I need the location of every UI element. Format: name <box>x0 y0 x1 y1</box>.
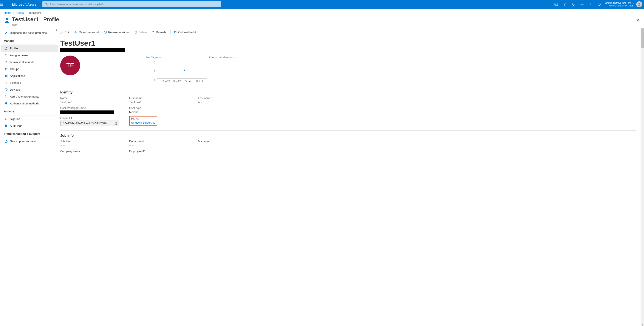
key-icon <box>4 95 8 98</box>
svg-point-36 <box>7 141 8 142</box>
chart-x-tick: Sep 20 <box>162 80 170 83</box>
breadcrumb: Home › Users › TestUser1 <box>0 9 644 16</box>
sidebar-item-label: New support request <box>10 140 36 143</box>
sidebar-item-label: Devices <box>10 88 20 91</box>
breadcrumb-home[interactable]: Home <box>4 11 12 15</box>
svg-point-6 <box>598 3 600 6</box>
sidebar-item-groups[interactable]: Groups <box>1 66 58 72</box>
wrench-icon <box>4 31 8 34</box>
chart-x-tick: Oct 11 <box>196 80 203 83</box>
svg-rect-30 <box>6 97 6 98</box>
scrollbar-thumb[interactable] <box>641 29 644 48</box>
sidebar-item-admin-units[interactable]: Administrative units <box>1 59 58 66</box>
sidebar-item-diagnose[interactable]: Diagnose and solve problems <box>1 29 58 36</box>
svg-point-19 <box>6 68 7 69</box>
sidebar-item-signins[interactable]: Sign-ins <box>1 115 58 122</box>
got-feedback-button[interactable]: Got feedback? <box>174 31 196 34</box>
identity-section-title: Identity <box>60 90 636 94</box>
svg-point-8 <box>600 4 600 4</box>
headset-icon <box>4 140 8 143</box>
block-icon <box>104 31 107 34</box>
svg-line-39 <box>104 31 106 33</box>
sidebar-item-licenses[interactable]: Licenses <box>1 79 58 86</box>
feedback-smile-icon[interactable] <box>595 0 604 9</box>
sidebar-item-assigned-roles[interactable]: Assigned roles <box>1 52 58 59</box>
copy-icon[interactable] <box>113 122 117 125</box>
command-bar: Edit Reset password Revoke sessions Dele… <box>60 29 636 37</box>
sidebar-item-applications[interactable]: Applications <box>1 72 58 79</box>
page-subtitle: User <box>12 23 59 26</box>
signins-chart[interactable]: 4 2 0 Sep 20 Sep 27 Oct 4 Oct 11 <box>145 61 207 82</box>
heart-icon <box>174 31 177 34</box>
divider <box>170 30 171 35</box>
svg-point-10 <box>6 18 8 20</box>
settings-icon[interactable] <box>578 0 586 9</box>
sidebar: « Diagnose and solve problems Manage Pro… <box>0 29 58 326</box>
svg-point-11 <box>6 47 7 48</box>
redacted-text <box>60 111 114 114</box>
group-memberships-count[interactable]: 1 <box>209 60 211 64</box>
svg-rect-20 <box>5 75 6 76</box>
breadcrumb-users[interactable]: Users <box>16 11 24 15</box>
department-label: Department <box>129 140 194 143</box>
refresh-button[interactable]: Refresh <box>151 31 166 34</box>
notifications-icon[interactable] <box>569 0 578 9</box>
close-icon[interactable]: ✕ <box>636 18 640 22</box>
directory-filter-icon[interactable] <box>560 0 569 9</box>
sidebar-item-azure-roles[interactable]: Azure role assignments <box>1 93 58 100</box>
sidebar-item-label: Sign-ins <box>10 117 20 121</box>
page-header: TestUser1 | Profile User ✕ <box>0 16 644 29</box>
svg-rect-17 <box>6 62 7 63</box>
revoke-sessions-button[interactable]: Revoke sessions <box>104 31 129 34</box>
svg-rect-14 <box>6 61 6 62</box>
sidebar-item-auth-methods[interactable]: Authentication methods <box>1 100 58 107</box>
reset-password-button[interactable]: Reset password <box>74 31 99 34</box>
account-menu[interactable]: admin@UniversalPrintT... UNIVERSAL PRINT… <box>604 1 644 7</box>
chevron-right-icon: › <box>24 11 28 15</box>
page-title: TestUser1 | Profile <box>12 16 59 23</box>
sidebar-item-support[interactable]: New support request <box>1 138 58 145</box>
user-check-icon <box>4 54 8 57</box>
svg-point-37 <box>75 32 76 33</box>
menu-icon[interactable] <box>0 3 10 6</box>
scrollbar[interactable]: ▴ ▾ <box>640 29 644 326</box>
search-icon <box>42 3 50 6</box>
cloud-shell-icon[interactable] <box>552 0 560 9</box>
svg-rect-26 <box>5 89 8 90</box>
user-avatar: TE <box>60 56 80 75</box>
building-icon <box>4 61 8 64</box>
sidebar-item-profile[interactable]: Profile <box>1 45 58 52</box>
svg-rect-23 <box>6 76 7 77</box>
sidebar-item-devices[interactable]: Devices <box>1 86 58 93</box>
pencil-icon <box>60 31 64 34</box>
sidebar-item-label: Groups <box>10 67 19 71</box>
sidebar-item-audit-logs[interactable]: Audit logs <box>1 122 58 129</box>
edit-button[interactable]: Edit <box>60 31 70 34</box>
scroll-down-arrow-icon[interactable]: ▾ <box>640 323 644 326</box>
brand-label[interactable]: Microsoft Azure <box>10 3 40 6</box>
name-label: Name <box>60 97 125 100</box>
job-info-section-title: Job info <box>60 134 636 138</box>
search-box[interactable] <box>42 1 221 7</box>
delete-button: Delete <box>134 31 147 34</box>
log-icon <box>4 124 8 127</box>
sidebar-item-label: Authentication methods <box>10 102 39 105</box>
user-type-label: User type <box>129 106 194 110</box>
user-icon <box>4 17 10 23</box>
user-signins-link[interactable]: User Sign-ins <box>145 56 209 59</box>
account-email: admin@UniversalPrintT... <box>605 2 634 5</box>
job-title-value: -- -- <box>60 144 125 147</box>
chart-x-tick: Sep 27 <box>173 80 181 83</box>
refresh-icon <box>151 31 154 34</box>
svg-point-24 <box>6 82 6 83</box>
svg-point-7 <box>599 4 599 4</box>
object-id-label: Object ID <box>60 117 125 120</box>
help-icon[interactable] <box>586 0 595 9</box>
signin-arrow-icon <box>4 117 8 120</box>
search-input[interactable] <box>50 3 221 6</box>
profile-name-heading: TestUser1 <box>60 39 636 47</box>
sidebar-section-activity: Activity <box>1 107 58 114</box>
collapse-sidebar-icon[interactable]: « <box>55 29 57 32</box>
upn-label: User Principal Name <box>60 106 125 110</box>
source-value-link[interactable]: Windows Server AD <box>130 121 156 124</box>
